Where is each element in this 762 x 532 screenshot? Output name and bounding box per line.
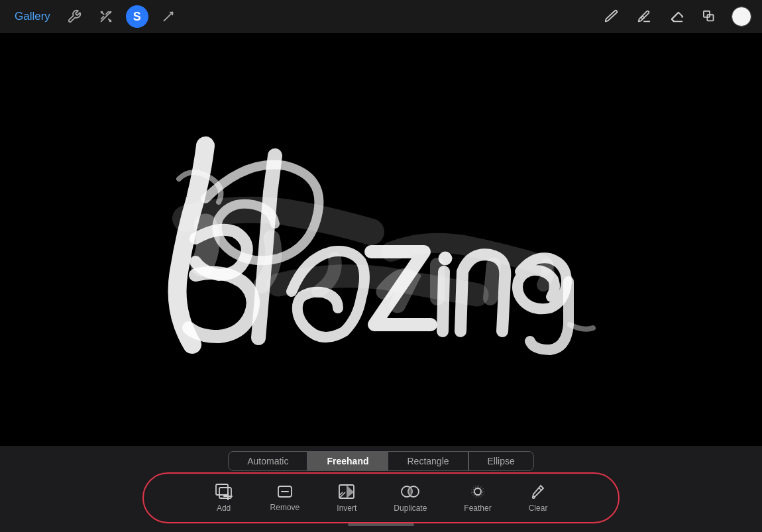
feather-icon <box>468 483 487 500</box>
wrench-button[interactable] <box>62 5 86 28</box>
duplicate-icon <box>400 483 420 500</box>
scroll-indicator <box>348 523 414 526</box>
layers-button[interactable] <box>698 5 722 28</box>
wrench-icon <box>67 9 82 24</box>
add-button[interactable]: Add <box>196 478 252 518</box>
eraser-icon <box>669 9 685 24</box>
brush-button[interactable] <box>599 5 623 28</box>
clear-icon <box>529 483 547 500</box>
color-picker[interactable] <box>732 7 751 27</box>
invert-button[interactable]: Invert <box>318 478 375 518</box>
tab-automatic[interactable]: Automatic <box>228 451 307 471</box>
smear-icon <box>637 9 651 24</box>
tab-ellipse[interactable]: Ellipse <box>468 451 534 471</box>
toolbar-left: Gallery S <box>11 5 599 28</box>
toolbar-right <box>599 5 751 28</box>
feather-button[interactable]: Feather <box>445 478 510 518</box>
artwork-canvas <box>0 33 762 411</box>
s-badge[interactable]: S <box>126 5 148 28</box>
svg-line-4 <box>164 13 172 21</box>
remove-icon <box>276 484 294 500</box>
invert-icon <box>337 483 356 500</box>
svg-line-18 <box>340 492 343 495</box>
transform-button[interactable] <box>156 5 180 28</box>
duplicate-button[interactable]: Duplicate <box>375 478 445 518</box>
selection-actions: Add Remove Invert <box>149 478 613 518</box>
brush-icon <box>604 9 618 24</box>
svg-point-1 <box>101 12 103 13</box>
svg-point-2 <box>109 21 111 22</box>
eraser-button[interactable] <box>665 5 689 28</box>
tab-freehand[interactable]: Freehand <box>307 451 388 471</box>
svg-point-21 <box>474 488 481 495</box>
magic-wand-button[interactable] <box>94 5 118 28</box>
smear-button[interactable] <box>632 5 656 28</box>
svg-rect-10 <box>216 484 228 495</box>
transform-icon <box>161 9 176 24</box>
magic-wand-icon <box>99 9 113 24</box>
remove-button[interactable]: Remove <box>252 478 319 517</box>
tab-rectangle[interactable]: Rectangle <box>388 451 468 471</box>
clear-button[interactable]: Clear <box>510 478 567 518</box>
top-toolbar: Gallery S <box>0 0 762 33</box>
svg-point-3 <box>109 12 111 13</box>
layers-icon <box>702 9 719 24</box>
add-icon <box>215 483 233 500</box>
svg-line-17 <box>340 492 345 498</box>
bottom-panel: Automatic Freehand Rectangle Ellipse Add <box>0 446 762 532</box>
canvas-area <box>0 33 762 446</box>
svg-rect-8 <box>0 33 762 411</box>
selection-tabs: Automatic Freehand Rectangle Ellipse <box>228 451 534 471</box>
gallery-button[interactable]: Gallery <box>11 7 54 26</box>
svg-point-5 <box>641 17 644 19</box>
svg-line-24 <box>539 488 541 490</box>
